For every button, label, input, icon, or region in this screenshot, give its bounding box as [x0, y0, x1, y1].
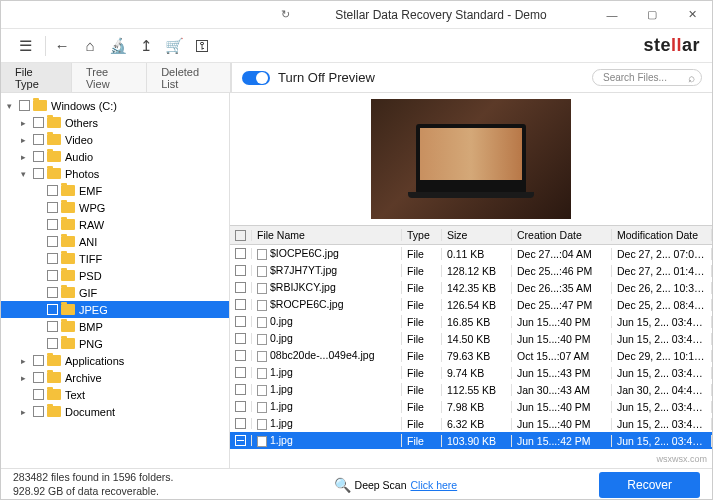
- home-icon[interactable]: ⌂: [78, 34, 102, 58]
- tree-item[interactable]: ▸Audio: [1, 148, 229, 165]
- preview-pane: [230, 93, 712, 225]
- close-button[interactable]: ✕: [672, 1, 712, 29]
- titlebar: ↻ Stellar Data Recovery Standard - Demo …: [1, 1, 712, 29]
- tab-file-type[interactable]: File Type: [1, 63, 72, 92]
- watermark: wsxwsx.com: [656, 454, 707, 464]
- preview-toggle-label: Turn Off Preview: [278, 70, 375, 85]
- table-row[interactable]: $RBIJKCY.jpgFile142.35 KBDec 26...:35 AM…: [230, 279, 712, 296]
- table-row[interactable]: 1.jpgFile6.32 KBJun 15...:40 PMJun 15, 2…: [230, 415, 712, 432]
- table-row[interactable]: 1.jpgFile7.98 KBJun 15...:40 PMJun 15, 2…: [230, 398, 712, 415]
- tab-deleted-list[interactable]: Deleted List: [147, 63, 231, 92]
- tree-item[interactable]: ▸Others: [1, 114, 229, 131]
- table-row[interactable]: 1.jpgFile103.90 KBJun 15...:42 PMJun 15,…: [230, 432, 712, 449]
- tree-item[interactable]: ▸Document: [1, 403, 229, 420]
- tab-tree-view[interactable]: Tree View: [72, 63, 147, 92]
- table-row[interactable]: $R7JH7YT.jpgFile128.12 KBDec 25...:46 PM…: [230, 262, 712, 279]
- tree-sub[interactable]: EMF: [1, 182, 229, 199]
- minimize-button[interactable]: —: [592, 1, 632, 29]
- window-title: Stellar Data Recovery Standard - Demo: [290, 8, 592, 22]
- key-icon[interactable]: ⚿: [190, 34, 214, 58]
- deep-scan-link[interactable]: Click here: [411, 479, 458, 491]
- recover-button[interactable]: Recover: [599, 472, 700, 498]
- tree-item[interactable]: ▸Archive: [1, 369, 229, 386]
- search-icon[interactable]: 🔬: [106, 34, 130, 58]
- tree-item-photos[interactable]: ▾Photos: [1, 165, 229, 182]
- tree-root[interactable]: ▾Windows (C:): [1, 97, 229, 114]
- table-row[interactable]: 08bc20de-...049e4.jpgFile79.63 KBOct 15.…: [230, 347, 712, 364]
- table-row[interactable]: 0.jpgFile14.50 KBJun 15...:40 PMJun 15, …: [230, 330, 712, 347]
- search-input[interactable]: Search Files...: [592, 69, 702, 86]
- table-row[interactable]: 1.jpgFile9.74 KBJun 15...:43 PMJun 15, 2…: [230, 364, 712, 381]
- tree-sub[interactable]: TIFF: [1, 250, 229, 267]
- tree-sub[interactable]: PSD: [1, 267, 229, 284]
- back-icon[interactable]: ←: [50, 34, 74, 58]
- toolbar: ☰ ← ⌂ 🔬 ↥ 🛒 ⚿ stellar: [1, 29, 712, 63]
- table-row[interactable]: 1.jpgFile112.55 KBJan 30...:43 AMJan 30,…: [230, 381, 712, 398]
- refresh-icon[interactable]: ↻: [281, 8, 290, 21]
- preview-image: [371, 99, 571, 219]
- file-tree[interactable]: ▾Windows (C:) ▸Others ▸Video ▸Audio ▾Pho…: [1, 93, 230, 468]
- magnifier-icon: 🔍: [334, 477, 351, 493]
- tree-sub[interactable]: WPG: [1, 199, 229, 216]
- tree-sub[interactable]: BMP: [1, 318, 229, 335]
- grid-header[interactable]: File Name Type Size Creation Date Modifi…: [230, 225, 712, 245]
- brand-logo: stellar: [643, 35, 700, 56]
- tab-row: File Type Tree View Deleted List Turn Of…: [1, 63, 712, 93]
- scan-stats: 283482 files found in 1596 folders. 928.…: [13, 471, 174, 498]
- tree-item[interactable]: ▸Applications: [1, 352, 229, 369]
- tree-sub[interactable]: GIF: [1, 284, 229, 301]
- tree-item[interactable]: Text: [1, 386, 229, 403]
- preview-toggle[interactable]: [242, 71, 270, 85]
- table-row[interactable]: $IOCPE6C.jpgFile0.11 KBDec 27...:04 AMDe…: [230, 245, 712, 262]
- file-grid[interactable]: File Name Type Size Creation Date Modifi…: [230, 225, 712, 468]
- up-icon[interactable]: ↥: [134, 34, 158, 58]
- table-row[interactable]: $ROCPE6C.jpgFile126.54 KBDec 25...:47 PM…: [230, 296, 712, 313]
- deep-scan-label: Deep Scan: [355, 479, 407, 491]
- tree-sub-jpeg[interactable]: JPEG: [1, 301, 229, 318]
- menu-icon[interactable]: ☰: [13, 34, 37, 58]
- cart-icon[interactable]: 🛒: [162, 34, 186, 58]
- tree-sub[interactable]: ANI: [1, 233, 229, 250]
- tree-item[interactable]: ▸Video: [1, 131, 229, 148]
- tree-sub[interactable]: PNG: [1, 335, 229, 352]
- status-bar: 283482 files found in 1596 folders. 928.…: [1, 468, 712, 500]
- table-row[interactable]: 0.jpgFile16.85 KBJun 15...:40 PMJun 15, …: [230, 313, 712, 330]
- tree-sub[interactable]: RAW: [1, 216, 229, 233]
- maximize-button[interactable]: ▢: [632, 1, 672, 29]
